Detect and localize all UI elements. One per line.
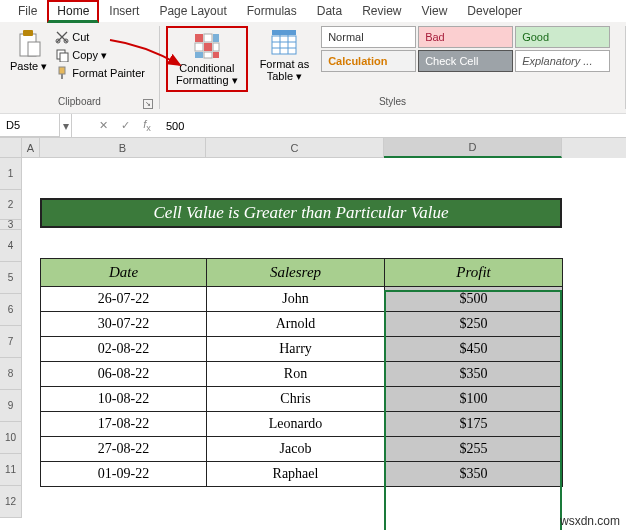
row-header-6[interactable]: 6 — [0, 294, 22, 326]
name-box[interactable]: D5 — [0, 114, 60, 137]
paste-label: Paste ▾ — [10, 60, 47, 72]
menu-page-layout[interactable]: Page Layout — [149, 1, 236, 21]
menu-developer[interactable]: Developer — [457, 1, 532, 21]
style-check-cell[interactable]: Check Cell — [418, 50, 513, 72]
paste-icon — [16, 28, 42, 58]
row-header-2[interactable]: 2 — [0, 190, 22, 220]
row-header-7[interactable]: 7 — [0, 326, 22, 358]
svg-rect-18 — [272, 30, 296, 35]
clipboard-dialog-launcher[interactable]: ↘ — [143, 99, 153, 109]
cell[interactable]: 01-09-22 — [41, 462, 207, 487]
row-header-10[interactable]: 10 — [0, 422, 22, 454]
cell[interactable]: Jacob — [207, 437, 385, 462]
cell[interactable]: $500 — [385, 287, 563, 312]
brush-icon — [55, 66, 69, 80]
menu-view[interactable]: View — [412, 1, 458, 21]
svg-rect-11 — [213, 34, 219, 42]
svg-rect-2 — [28, 42, 40, 56]
ribbon: Paste ▾ Cut Copy ▾ Format Painter Clipbo… — [0, 22, 626, 114]
table-icon — [270, 28, 298, 56]
row-header-12[interactable]: 12 — [0, 486, 22, 518]
svg-rect-10 — [204, 34, 212, 42]
menu-formulas[interactable]: Formulas — [237, 1, 307, 21]
style-explanatory[interactable]: Explanatory ... — [515, 50, 610, 72]
col-header-d[interactable]: D — [384, 138, 562, 158]
title-banner[interactable]: Cell Value is Greater than Particular Va… — [40, 198, 562, 228]
annotation-arrow — [105, 35, 205, 85]
cell[interactable]: Raphael — [207, 462, 385, 487]
header-profit[interactable]: Profit — [385, 259, 563, 287]
cell[interactable]: $175 — [385, 412, 563, 437]
cell[interactable]: John — [207, 287, 385, 312]
menu-file[interactable]: File — [8, 1, 47, 21]
svg-rect-7 — [59, 67, 65, 74]
style-calculation[interactable]: Calculation — [321, 50, 416, 72]
cell[interactable]: Leonardo — [207, 412, 385, 437]
row-header-4[interactable]: 4 — [0, 230, 22, 262]
col-header-c[interactable]: C — [206, 138, 384, 158]
row-header-1[interactable]: 1 — [0, 158, 22, 190]
cell[interactable]: Chris — [207, 387, 385, 412]
row-header-5[interactable]: 5 — [0, 262, 22, 294]
col-header-a[interactable]: A — [22, 138, 40, 158]
svg-rect-8 — [61, 74, 63, 79]
data-table: Date Salesrep Profit 26-07-22John$500 30… — [40, 258, 563, 487]
cell[interactable]: $350 — [385, 462, 563, 487]
column-headers: A B C D — [22, 138, 626, 158]
cell[interactable]: Arnold — [207, 312, 385, 337]
header-salesrep[interactable]: Salesrep — [207, 259, 385, 287]
cell[interactable]: 30-07-22 — [41, 312, 207, 337]
cell[interactable]: 27-08-22 — [41, 437, 207, 462]
cell[interactable]: $250 — [385, 312, 563, 337]
cell[interactable]: $450 — [385, 337, 563, 362]
menu-insert[interactable]: Insert — [99, 1, 149, 21]
menu-home[interactable]: Home — [47, 0, 99, 23]
cut-label: Cut — [72, 31, 89, 43]
header-date[interactable]: Date — [41, 259, 207, 287]
svg-rect-1 — [23, 30, 33, 36]
cell[interactable]: $255 — [385, 437, 563, 462]
style-bad[interactable]: Bad — [418, 26, 513, 48]
svg-rect-19 — [272, 36, 296, 54]
grid: 1 2 3 4 5 6 7 8 9 10 11 12 A B C D Cell … — [0, 138, 626, 530]
enter-button[interactable]: ✓ — [114, 119, 136, 132]
row-headers: 1 2 3 4 5 6 7 8 9 10 11 12 — [0, 138, 22, 530]
svg-rect-13 — [204, 43, 212, 51]
svg-rect-17 — [213, 52, 219, 58]
row-header-11[interactable]: 11 — [0, 454, 22, 486]
menu-bar: File Home Insert Page Layout Formulas Da… — [0, 0, 626, 22]
menu-data[interactable]: Data — [307, 1, 352, 21]
cell[interactable]: $350 — [385, 362, 563, 387]
row-header-3[interactable]: 3 — [0, 220, 22, 230]
cell[interactable]: 06-08-22 — [41, 362, 207, 387]
menu-review[interactable]: Review — [352, 1, 411, 21]
scissors-icon — [55, 30, 69, 44]
row-header-9[interactable]: 9 — [0, 390, 22, 422]
formula-bar: D5 ▾ ✕ ✓ fx 500 — [0, 114, 626, 138]
cell[interactable]: Harry — [207, 337, 385, 362]
style-normal[interactable]: Normal — [321, 26, 416, 48]
clipboard-group-label: Clipboard ↘ — [6, 96, 153, 109]
style-good[interactable]: Good — [515, 26, 610, 48]
ribbon-group-styles: ConditionalFormatting ▾ Format asTable ▾… — [160, 26, 626, 109]
copy-label: Copy — [72, 49, 98, 61]
col-header-b[interactable]: B — [40, 138, 206, 158]
fx-button[interactable]: fx — [136, 118, 158, 133]
cancel-button[interactable]: ✕ — [92, 119, 114, 132]
select-all-corner[interactable] — [0, 138, 22, 158]
cell[interactable]: 10-08-22 — [41, 387, 207, 412]
cell[interactable]: 17-08-22 — [41, 412, 207, 437]
name-box-dropdown[interactable]: ▾ — [60, 114, 72, 137]
cell[interactable]: 02-08-22 — [41, 337, 207, 362]
cell[interactable]: Ron — [207, 362, 385, 387]
watermark: wsxdn.com — [560, 514, 620, 528]
paste-button[interactable]: Paste ▾ — [6, 26, 51, 74]
cell[interactable]: $100 — [385, 387, 563, 412]
svg-rect-16 — [204, 52, 212, 58]
format-as-table-label: Format asTable ▾ — [260, 58, 310, 82]
format-as-table-button[interactable]: Format asTable ▾ — [256, 26, 314, 84]
cell[interactable]: 26-07-22 — [41, 287, 207, 312]
styles-gallery[interactable]: Normal Bad Good Calculation Check Cell E… — [321, 26, 610, 72]
row-header-8[interactable]: 8 — [0, 358, 22, 390]
formula-input[interactable]: 500 — [158, 120, 626, 132]
